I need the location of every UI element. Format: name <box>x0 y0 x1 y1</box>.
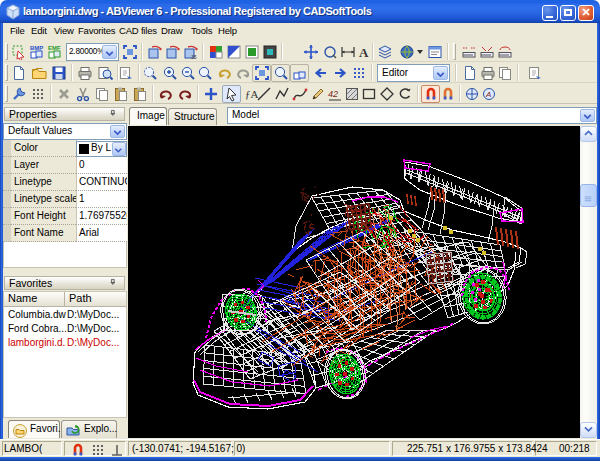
svg-text:42: 42 <box>328 89 338 99</box>
svg-text:A: A <box>485 90 491 99</box>
svg-text:35: 35 <box>191 54 197 60</box>
svg-text:EMF: EMF <box>48 45 61 51</box>
svg-text:BMP: BMP <box>30 45 43 51</box>
svg-text:A: A <box>359 45 369 60</box>
